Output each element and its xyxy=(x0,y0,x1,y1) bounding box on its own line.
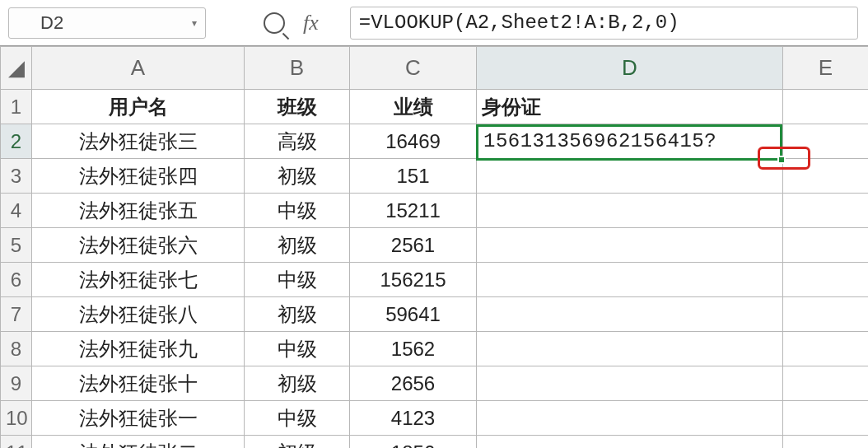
fx-icon[interactable]: fx xyxy=(303,11,319,35)
cell-E8[interactable] xyxy=(783,332,869,366)
cell-E10[interactable] xyxy=(783,401,869,436)
cell-E2[interactable] xyxy=(783,124,869,159)
cell-B10[interactable]: 中级 xyxy=(245,401,350,436)
row-3: 3 法外狂徒张四 初级 151 xyxy=(1,159,869,194)
cell-D3[interactable] xyxy=(477,159,783,194)
name-box-value: D2 xyxy=(40,12,63,34)
col-head-D[interactable]: D xyxy=(477,47,783,90)
cell-A7[interactable]: 法外狂徒张八 xyxy=(32,297,245,332)
cell-C7[interactable]: 59641 xyxy=(350,297,477,332)
row-head-5[interactable]: 5 xyxy=(1,228,32,263)
row-6: 6 法外狂徒张七 中级 156215 xyxy=(1,263,869,297)
cell-E3[interactable] xyxy=(783,159,869,194)
cell-E11[interactable] xyxy=(783,436,869,449)
cell-A2[interactable]: 法外狂徒张三 xyxy=(32,124,245,159)
row-1: 1 用户名 班级 业绩 身份证 xyxy=(1,90,869,124)
row-head-1[interactable]: 1 xyxy=(1,90,32,124)
cell-A1[interactable]: 用户名 xyxy=(32,90,245,124)
column-header-row: ◢ A B C D E xyxy=(1,47,869,90)
col-head-A[interactable]: A xyxy=(32,47,245,90)
cell-B9[interactable]: 初级 xyxy=(245,366,350,401)
cell-B1[interactable]: 班级 xyxy=(245,90,350,124)
cell-E6[interactable] xyxy=(783,263,869,297)
cell-D11[interactable] xyxy=(477,436,783,449)
row-2: 2 法外狂徒张三 高级 16469 156131356962156415? xyxy=(1,124,869,159)
cell-A3[interactable]: 法外狂徒张四 xyxy=(32,159,245,194)
formula-bar: D2 ▾ fx =VLOOKUP(A2,Sheet2!A:B,2,0) xyxy=(0,0,868,46)
cell-C4[interactable]: 15211 xyxy=(350,194,477,228)
cell-E9[interactable] xyxy=(783,366,869,401)
cell-B5[interactable]: 初级 xyxy=(245,228,350,263)
cell-B6[interactable]: 中级 xyxy=(245,263,350,297)
row-5: 5 法外狂徒张六 初级 2561 xyxy=(1,228,869,263)
row-8: 8 法外狂徒张九 中级 1562 xyxy=(1,332,869,366)
row-9: 9 法外狂徒张十 初级 2656 xyxy=(1,366,869,401)
cell-C11[interactable]: 1856 xyxy=(350,436,477,449)
cell-A9[interactable]: 法外狂徒张十 xyxy=(32,366,245,401)
row-head-11[interactable]: 11 xyxy=(1,436,32,449)
cell-C1[interactable]: 业绩 xyxy=(350,90,477,124)
cell-D8[interactable] xyxy=(477,332,783,366)
row-head-3[interactable]: 3 xyxy=(1,159,32,194)
row-11: 11 法外狂徒张二 初级 1856 xyxy=(1,436,869,449)
row-10: 10 法外狂徒张一 中级 4123 xyxy=(1,401,869,436)
cell-E7[interactable] xyxy=(783,297,869,332)
cell-D10[interactable] xyxy=(477,401,783,436)
cell-A8[interactable]: 法外狂徒张九 xyxy=(32,332,245,366)
cell-B7[interactable]: 初级 xyxy=(245,297,350,332)
select-all-corner[interactable]: ◢ xyxy=(1,47,32,90)
row-7: 7 法外狂徒张八 初级 59641 xyxy=(1,297,869,332)
cell-D7[interactable] xyxy=(477,297,783,332)
cell-B2[interactable]: 高级 xyxy=(245,124,350,159)
cell-D5[interactable] xyxy=(477,228,783,263)
cell-B4[interactable]: 中级 xyxy=(245,194,350,228)
fill-handle[interactable] xyxy=(777,156,786,164)
row-head-4[interactable]: 4 xyxy=(1,194,32,228)
row-head-10[interactable]: 10 xyxy=(1,401,32,436)
cell-D6[interactable] xyxy=(477,263,783,297)
cell-E4[interactable] xyxy=(783,194,869,228)
spreadsheet-grid[interactable]: ◢ A B C D E 1 用户名 班级 业绩 身份证 2 法外狂徒张三 高级 … xyxy=(0,46,868,448)
cell-C9[interactable]: 2656 xyxy=(350,366,477,401)
col-head-E[interactable]: E xyxy=(783,47,869,90)
row-head-2[interactable]: 2 xyxy=(1,124,32,159)
chevron-down-icon[interactable]: ▾ xyxy=(192,17,197,29)
row-head-9[interactable]: 9 xyxy=(1,366,32,401)
cell-C6[interactable]: 156215 xyxy=(350,263,477,297)
cell-B11[interactable]: 初级 xyxy=(245,436,350,449)
cell-B8[interactable]: 中级 xyxy=(245,332,350,366)
cell-D9[interactable] xyxy=(477,366,783,401)
cell-A11[interactable]: 法外狂徒张二 xyxy=(32,436,245,449)
cell-A5[interactable]: 法外狂徒张六 xyxy=(32,228,245,263)
name-box[interactable]: D2 ▾ xyxy=(8,7,206,39)
zoom-icon[interactable] xyxy=(264,12,285,34)
cell-C2[interactable]: 16469 xyxy=(350,124,477,159)
cell-D4[interactable] xyxy=(477,194,783,228)
cell-C8[interactable]: 1562 xyxy=(350,332,477,366)
cell-D1[interactable]: 身份证 xyxy=(477,90,783,124)
row-head-6[interactable]: 6 xyxy=(1,263,32,297)
row-head-7[interactable]: 7 xyxy=(1,297,32,332)
formula-bar-icons: fx xyxy=(264,11,319,35)
col-head-C[interactable]: C xyxy=(350,47,477,90)
formula-text: =VLOOKUP(A2,Sheet2!A:B,2,0) xyxy=(359,12,679,34)
cell-C5[interactable]: 2561 xyxy=(350,228,477,263)
row-head-8[interactable]: 8 xyxy=(1,332,32,366)
cell-D2[interactable]: 156131356962156415? xyxy=(477,124,783,159)
formula-input[interactable]: =VLOOKUP(A2,Sheet2!A:B,2,0) xyxy=(350,7,858,40)
cell-A6[interactable]: 法外狂徒张七 xyxy=(32,263,245,297)
cell-C10[interactable]: 4123 xyxy=(350,401,477,436)
cell-E5[interactable] xyxy=(783,228,869,263)
col-head-B[interactable]: B xyxy=(245,47,350,90)
cell-E1[interactable] xyxy=(783,90,869,124)
row-4: 4 法外狂徒张五 中级 15211 xyxy=(1,194,869,228)
cell-C3[interactable]: 151 xyxy=(350,159,477,194)
cell-B3[interactable]: 初级 xyxy=(245,159,350,194)
cell-A10[interactable]: 法外狂徒张一 xyxy=(32,401,245,436)
cell-A4[interactable]: 法外狂徒张五 xyxy=(32,194,245,228)
